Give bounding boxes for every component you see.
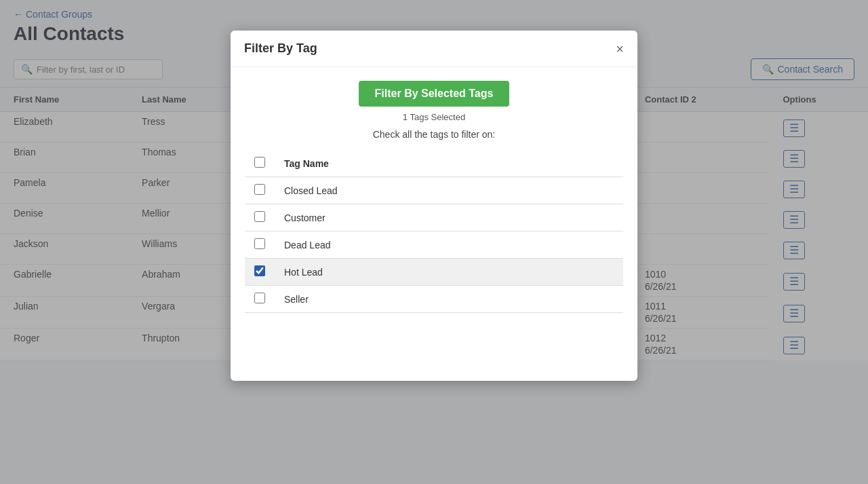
tag-label-customer: Customer bbox=[275, 204, 624, 231]
filter-by-selected-tags-button[interactable]: Filter By Selected Tags bbox=[359, 81, 510, 107]
modal-body: Filter By Selected Tags 1 Tags Selected … bbox=[231, 67, 637, 367]
tag-checkbox-seller[interactable] bbox=[254, 293, 265, 303]
tags-selected-count: 1 Tags Selected bbox=[244, 112, 624, 122]
select-all-checkbox[interactable] bbox=[254, 157, 265, 168]
tag-checkbox-hot-lead[interactable] bbox=[254, 265, 265, 276]
check-instruction: Check all the tags to filter on: bbox=[244, 129, 624, 140]
filter-by-tag-modal: Filter By Tag × Filter By Selected Tags … bbox=[231, 31, 637, 381]
tag-label-seller: Seller bbox=[275, 286, 624, 313]
tags-empty-area bbox=[245, 313, 624, 354]
tag-name-header: Tag Name bbox=[275, 150, 624, 177]
tag-checkbox-dead-lead[interactable] bbox=[254, 238, 265, 249]
tags-table: Tag Name Closed Lead Customer Dead Lead bbox=[244, 149, 624, 354]
page-wrapper: ← Contact Groups All Contacts 🔍 🔍 Contac… bbox=[0, 0, 868, 484]
tag-label-closed-lead: Closed Lead bbox=[275, 177, 624, 204]
list-item: Customer bbox=[245, 204, 624, 231]
list-item: Closed Lead bbox=[245, 177, 624, 204]
tag-label-hot-lead: Hot Lead bbox=[275, 259, 624, 286]
tag-checkbox-customer[interactable] bbox=[254, 211, 265, 222]
tag-label-dead-lead: Dead Lead bbox=[275, 231, 624, 259]
list-item: Seller bbox=[245, 286, 624, 313]
list-item: Dead Lead bbox=[245, 231, 624, 259]
modal-header: Filter By Tag × bbox=[231, 31, 637, 67]
list-item: Hot Lead bbox=[245, 259, 624, 286]
modal-close-button[interactable]: × bbox=[616, 42, 624, 56]
tags-table-header-row: Tag Name bbox=[245, 150, 624, 177]
tag-checkbox-closed-lead[interactable] bbox=[254, 184, 265, 195]
modal-title: Filter By Tag bbox=[244, 41, 317, 56]
